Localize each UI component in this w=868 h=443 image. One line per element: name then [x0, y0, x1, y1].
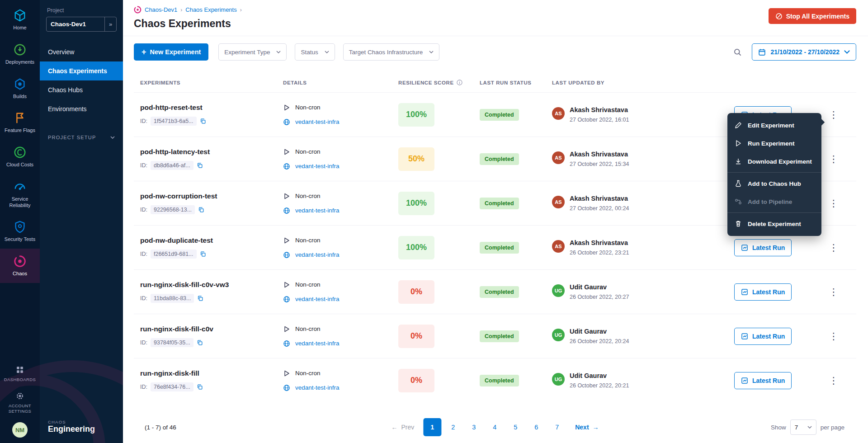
avatar: UG: [552, 329, 565, 341]
updated-date: 27 October 2022, 00:24: [570, 205, 629, 212]
sidebar-item-feature-flags[interactable]: Feature Flags: [0, 105, 40, 140]
copy-icon[interactable]: [200, 251, 206, 257]
infrastructure-link[interactable]: vedant-test-infra: [295, 207, 340, 214]
sidebar-item-cloud-costs[interactable]: Cloud Costs: [0, 140, 40, 174]
page-number-button[interactable]: 7: [548, 418, 566, 436]
arrow-right-icon: →: [593, 424, 599, 431]
sidebar-item-dashboards[interactable]: DASHBOARDS: [0, 361, 40, 387]
kebab-menu-icon[interactable]: ⋮: [826, 374, 842, 387]
latest-run-button[interactable]: Latest Run: [734, 372, 792, 389]
stop-all-experiments-button[interactable]: Stop All Experiments: [769, 8, 856, 24]
breadcrumb-page-link[interactable]: Chaos Experiments: [185, 6, 236, 13]
table-row: run-nginx-disk-fill ID: 76e8f434-76... N…: [134, 358, 856, 402]
updated-by-name: Udit Gaurav: [570, 328, 629, 335]
schedule-type: Non-cron: [295, 104, 321, 111]
kebab-menu-icon[interactable]: ⋮: [826, 152, 842, 165]
project-nav-chaos-hubs[interactable]: Chaos Hubs: [40, 80, 123, 99]
chevron-down-icon: [325, 51, 329, 53]
date-range-picker[interactable]: 21/10/2022 - 27/10/2022: [752, 43, 856, 61]
page-number-button[interactable]: 1: [423, 418, 441, 436]
experiment-name[interactable]: run-nginx-disk-fill-c0v-vw3: [140, 281, 283, 289]
experiment-name[interactable]: pod-nw-duplicate-test: [140, 236, 283, 245]
updated-by-name: Akash Shrivastava: [570, 106, 629, 113]
project-selector[interactable]: Chaos-Dev1 »: [46, 17, 117, 32]
per-page-select[interactable]: 7: [790, 419, 816, 435]
project-nav-chaos-experiments[interactable]: Chaos Experiments: [40, 61, 123, 80]
kebab-menu-icon[interactable]: ⋮: [826, 241, 842, 254]
resilience-score-badge: 0%: [398, 369, 434, 392]
experiment-name[interactable]: pod-nw-corruption-test: [140, 192, 283, 200]
page-number-button[interactable]: 6: [527, 418, 545, 436]
kebab-menu-icon[interactable]: ⋮: [826, 108, 842, 121]
menu-item-run-experiment[interactable]: Run Experiment: [727, 134, 821, 152]
latest-run-button[interactable]: Latest Run: [734, 328, 792, 345]
menu-item-delete-experiment[interactable]: Delete Experiment: [727, 215, 821, 233]
column-header-details: DETAILS: [283, 80, 398, 85]
experiment-name[interactable]: run-nginx-disk-fill: [140, 369, 283, 377]
sidebar-item-chaos[interactable]: Chaos: [0, 249, 40, 283]
latest-run-button[interactable]: Latest Run: [734, 239, 792, 256]
page-header: Chaos-Dev1 › Chaos Experiments › Chaos E…: [123, 0, 868, 36]
experiment-name[interactable]: pod-http-latency-test: [140, 148, 283, 156]
infrastructure-link[interactable]: vedant-test-infra: [295, 340, 340, 347]
experiment-id: f26651d9-681...: [151, 250, 197, 259]
sidebar-item-security-tests[interactable]: Security Tests: [0, 214, 40, 249]
sidebar-item-home[interactable]: Home: [0, 3, 40, 37]
security-tests-icon: [13, 220, 27, 234]
kebab-menu-icon[interactable]: ⋮: [826, 330, 842, 343]
project-nav-overview[interactable]: Overview: [40, 42, 123, 61]
filter-experiment-type[interactable]: Experiment Type: [218, 43, 287, 61]
menu-divider: [727, 212, 821, 213]
filter-status[interactable]: Status: [295, 43, 335, 61]
sidebar-item-deployments[interactable]: Deployments: [0, 37, 40, 71]
stop-all-label: Stop All Experiments: [786, 13, 849, 20]
menu-item-download-experiment[interactable]: Download Experiment: [727, 152, 821, 170]
copy-icon[interactable]: [197, 162, 203, 169]
project-setup-toggle[interactable]: PROJECT SETUP: [40, 135, 123, 140]
copy-icon[interactable]: [198, 207, 204, 213]
kebab-menu-icon[interactable]: ⋮: [826, 285, 842, 298]
builds-icon: [13, 77, 27, 91]
status-badge: Completed: [480, 109, 519, 121]
pipeline-icon: [735, 198, 742, 205]
breadcrumb-project-link[interactable]: Chaos-Dev1: [145, 6, 177, 13]
copy-icon[interactable]: [200, 118, 206, 124]
infrastructure-link[interactable]: vedant-test-infra: [295, 384, 340, 391]
infrastructure-link[interactable]: vedant-test-infra: [295, 251, 340, 258]
page-number-button[interactable]: 2: [444, 418, 462, 436]
menu-item-edit-experiment[interactable]: Edit Experiment: [727, 116, 821, 134]
infrastructure-icon: [283, 207, 290, 214]
project-nav-environments[interactable]: Environments: [40, 99, 123, 118]
menu-item-add-to-pipeline: Add to Pipeline: [727, 193, 821, 211]
copy-icon[interactable]: [197, 384, 203, 390]
infrastructure-link[interactable]: vedant-test-infra: [295, 118, 340, 125]
copy-icon[interactable]: [197, 295, 203, 302]
search-icon[interactable]: [733, 48, 742, 57]
experiment-id: 1f5471b3-6a5...: [151, 117, 197, 126]
sidebar-item-builds[interactable]: Builds: [0, 71, 40, 106]
deployments-icon: [13, 43, 27, 57]
chevron-down-icon: [276, 51, 281, 53]
show-label: Show: [771, 424, 786, 431]
kebab-menu-icon[interactable]: ⋮: [826, 197, 842, 210]
menu-item-add-to-chaos-hub[interactable]: Add to Chaos Hub: [727, 174, 821, 193]
experiment-name[interactable]: pod-http-reset-test: [140, 104, 283, 112]
sidebar-item-account-settings[interactable]: ACCOUNT SETTINGS: [0, 387, 40, 419]
user-avatar[interactable]: NM: [12, 422, 28, 438]
new-experiment-button[interactable]: + New Experiment: [134, 43, 208, 61]
info-icon[interactable]: [457, 80, 462, 85]
experiment-name[interactable]: run-nginx-disk-fill-c0v: [140, 325, 283, 333]
infrastructure-link[interactable]: vedant-test-infra: [295, 163, 340, 170]
latest-run-button[interactable]: Latest Run: [734, 283, 792, 301]
copy-icon[interactable]: [197, 339, 203, 346]
filter-target-chaos-infrastructure[interactable]: Target Chaos Infrastructure: [343, 43, 440, 61]
page-number-button[interactable]: 3: [465, 418, 483, 436]
prev-page-button[interactable]: ← Prev: [391, 424, 414, 431]
expand-project-icon[interactable]: »: [104, 17, 116, 31]
sidebar-item-service-reliability[interactable]: Service Reliability: [0, 174, 40, 215]
page-number-button[interactable]: 4: [486, 418, 504, 436]
updated-by-name: Udit Gaurav: [570, 372, 629, 379]
infrastructure-link[interactable]: vedant-test-infra: [295, 296, 340, 302]
page-number-button[interactable]: 5: [506, 418, 524, 436]
next-page-button[interactable]: Next →: [575, 424, 599, 431]
